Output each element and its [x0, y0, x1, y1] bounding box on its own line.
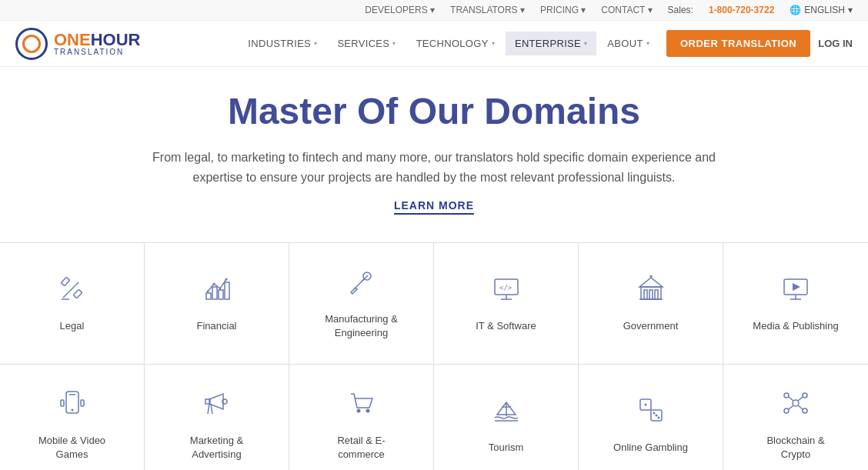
svg-point-49 [657, 416, 659, 418]
language-selector[interactable]: 🌐 ENGLISH ▾ [790, 5, 853, 15]
svg-line-57 [798, 397, 803, 401]
hero-section: Master Of Our Domains From legal, to mar… [0, 67, 868, 219]
svg-line-56 [789, 397, 793, 401]
phone-link[interactable]: 1-800-720-3722 [709, 5, 774, 15]
learn-more-link[interactable]: LEARN MORE [394, 199, 474, 215]
industry-tourism[interactable]: Tourism [434, 365, 579, 470]
megaphone-icon [202, 388, 232, 423]
top-nav-pricing[interactable]: PRICING ▾ [540, 5, 586, 15]
svg-rect-22 [649, 290, 653, 299]
svg-rect-34 [61, 400, 64, 406]
nav-technology[interactable]: TECHNOLOGY ▾ [407, 32, 504, 55]
svg-marker-28 [793, 283, 800, 291]
svg-line-58 [789, 405, 793, 409]
nav-enterprise[interactable]: ENTERPRISE ▾ [506, 32, 596, 55]
mobile-icon [57, 388, 88, 423]
dice-icon [636, 395, 666, 430]
svg-point-52 [784, 393, 789, 398]
industry-media-label: Media & Publishing [753, 319, 838, 333]
svg-line-14 [362, 275, 368, 282]
logo-icon [15, 28, 48, 60]
industry-financial-label: Financial [196, 319, 236, 333]
svg-point-53 [803, 393, 807, 398]
industry-gambling[interactable]: Online Gambling [579, 365, 723, 470]
svg-rect-5 [212, 287, 217, 299]
svg-point-54 [784, 408, 789, 413]
chart-icon [202, 273, 232, 308]
industry-blockchain[interactable]: Blockchain &Crypto [723, 365, 868, 470]
svg-line-59 [798, 405, 803, 409]
svg-line-37 [208, 404, 209, 414]
svg-text:</>: </> [499, 284, 512, 292]
gavel-icon [57, 273, 88, 308]
industry-mobile-label: Mobile & VideoGames [38, 434, 105, 462]
svg-rect-4 [206, 293, 211, 299]
top-nav-translators[interactable]: TRANSLATORS ▾ [450, 5, 525, 15]
industry-tourism-label: Tourism [489, 441, 524, 455]
industry-government[interactable]: Government [579, 243, 723, 364]
main-nav: ONEHOUR TRANSLATION INDUSTRIES ▾ SERVICE… [0, 21, 868, 67]
sales-label: Sales: [668, 5, 693, 15]
industry-gambling-label: Online Gambling [613, 441, 688, 455]
svg-point-50 [655, 414, 657, 416]
svg-rect-21 [644, 290, 647, 299]
logo-text: ONEHOUR TRANSLATION [54, 32, 140, 56]
logo[interactable]: ONEHOUR TRANSLATION [15, 28, 140, 60]
top-bar: DEVELOPERS ▾ TRANSLATORS ▾ PRICING ▾ CON… [0, 0, 868, 21]
svg-point-40 [356, 408, 360, 412]
industry-retail-label: Retail & E-commerce [337, 434, 385, 462]
industry-legal-label: Legal [60, 319, 85, 333]
hero-subtitle: From legal, to marketing to fintech and … [134, 148, 734, 187]
svg-rect-6 [219, 290, 223, 299]
nav-items: INDUSTRIES ▾ SERVICES ▾ TECHNOLOGY ▾ ENT… [239, 30, 853, 57]
svg-marker-20 [639, 278, 663, 287]
industry-it-label: IT & Software [476, 319, 536, 333]
nav-industries[interactable]: INDUSTRIES ▾ [239, 32, 326, 55]
industries-grid: Legal Financial Manufacturing &Engineeri… [0, 242, 868, 470]
wrench-icon [346, 266, 377, 302]
building-icon [636, 273, 666, 308]
industry-government-label: Government [623, 319, 679, 333]
industry-it[interactable]: </> IT & Software [434, 243, 579, 364]
industry-marketing[interactable]: Marketing &Advertising [145, 365, 289, 470]
industry-manufacturing-label: Manufacturing &Engineering [325, 312, 398, 340]
svg-rect-23 [655, 290, 658, 299]
blockchain-icon [780, 388, 811, 423]
hero-title: Master Of Our Domains [15, 90, 853, 132]
industry-mobile[interactable]: Mobile & VideoGames [0, 365, 145, 470]
order-translation-button[interactable]: ORDER TRANSLATION [666, 30, 810, 57]
nav-about[interactable]: ABOUT ▾ [598, 32, 659, 55]
svg-point-47 [644, 403, 646, 405]
ship-icon [491, 395, 522, 430]
top-nav-contact[interactable]: CONTACT ▾ [601, 5, 652, 15]
svg-point-11 [225, 278, 227, 281]
cart-icon [346, 388, 377, 423]
svg-point-9 [212, 283, 215, 285]
login-button[interactable]: LOG IN [818, 38, 853, 49]
nav-services[interactable]: SERVICES ▾ [328, 32, 405, 55]
industry-manufacturing[interactable]: Manufacturing &Engineering [289, 243, 434, 364]
svg-rect-1 [61, 278, 69, 286]
monitor-play-icon [780, 273, 811, 308]
top-nav-developers[interactable]: DEVELOPERS ▾ [365, 5, 435, 15]
svg-point-32 [71, 408, 73, 411]
svg-point-51 [793, 400, 799, 406]
svg-point-48 [653, 412, 655, 414]
svg-point-55 [803, 408, 807, 413]
code-monitor-icon: </> [491, 273, 522, 308]
industry-legal[interactable]: Legal [0, 243, 145, 364]
svg-rect-7 [225, 282, 229, 299]
svg-point-10 [219, 288, 221, 290]
globe-icon: 🌐 [790, 5, 801, 15]
svg-rect-35 [81, 400, 84, 406]
svg-point-8 [206, 291, 209, 293]
industry-retail[interactable]: Retail & E-commerce [289, 365, 434, 470]
industry-financial[interactable]: Financial [145, 243, 289, 364]
industry-media[interactable]: Media & Publishing [723, 243, 868, 364]
svg-point-41 [366, 408, 369, 412]
industry-blockchain-label: Blockchain &Crypto [766, 434, 824, 462]
svg-rect-2 [73, 290, 82, 298]
industry-marketing-label: Marketing &Advertising [190, 434, 243, 462]
